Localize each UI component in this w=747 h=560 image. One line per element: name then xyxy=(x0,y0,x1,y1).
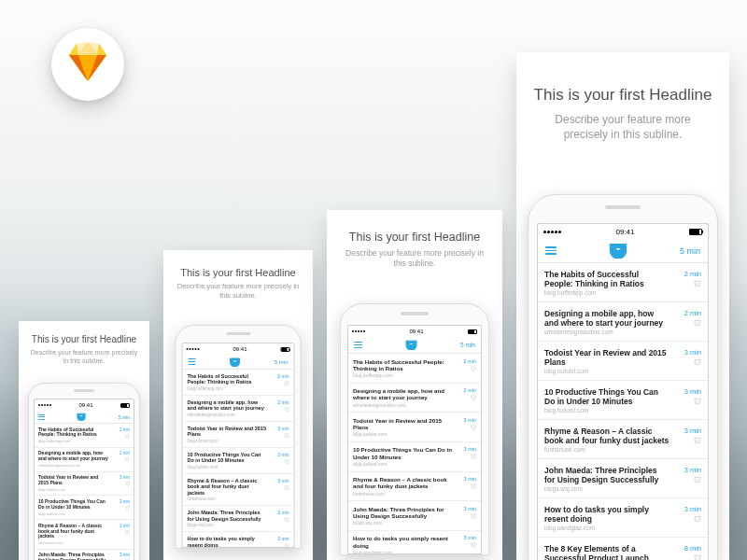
pocket-icon xyxy=(694,319,701,327)
list-item[interactable]: Todoist Year in Review and 2015 Plansblo… xyxy=(35,472,134,497)
article-source: blog.todoist.com xyxy=(544,407,669,413)
pocket-icon xyxy=(471,542,476,548)
read-time: 3 min xyxy=(464,506,476,511)
app-navbar: 5 min xyxy=(538,239,708,263)
article-source: whistledesignstudios.com xyxy=(38,463,109,468)
article-title: The Habits of Successful People: Thinkin… xyxy=(188,373,267,385)
status-bar: 09:41 xyxy=(348,326,481,337)
pocket-icon xyxy=(284,381,289,386)
list-item[interactable]: The Habits of Successful People: Thinkin… xyxy=(348,354,481,384)
hamburger-icon[interactable] xyxy=(189,358,196,365)
nav-right-label[interactable]: 5 min xyxy=(460,342,475,348)
article-source: blogs.wsj.com xyxy=(353,520,452,525)
article-source: blog.todoist.com xyxy=(544,368,669,374)
list-item[interactable]: John Maeda: Three Principles for Using D… xyxy=(35,550,134,560)
pocket-icon xyxy=(471,425,476,430)
article-list: The Habits of Successful People: Thinkin… xyxy=(183,370,294,548)
list-item[interactable]: John Maeda: Three Principles for Using D… xyxy=(348,501,481,531)
list-item[interactable]: John Maeda: Three Principles for Using D… xyxy=(538,459,708,498)
list-item[interactable]: 10 Productive Things You Can Do in Under… xyxy=(538,381,708,420)
list-item[interactable]: Designing a mobile app, how and where to… xyxy=(35,448,134,472)
hamburger-icon[interactable] xyxy=(545,246,557,254)
list-item[interactable]: Designing a mobile app, how and where to… xyxy=(183,396,294,422)
list-item[interactable]: How to do tasks you simply resent doingb… xyxy=(348,531,481,554)
list-item[interactable]: 10 Productive Things You Can Do in Under… xyxy=(35,496,134,520)
pocket-icon xyxy=(471,513,476,519)
screenshot-card-large: This is your first Headline Describe you… xyxy=(327,210,502,560)
article-source: fontsinuse.com xyxy=(38,540,109,545)
pocket-icon xyxy=(694,476,701,483)
pocket-icon xyxy=(284,459,289,465)
pocket-icon xyxy=(694,554,701,560)
list-item[interactable]: Rhyme & Reason – A classic book and four… xyxy=(538,420,708,459)
phone-screen: 09:41 5 min The Habits of Successful Peo… xyxy=(34,399,134,560)
list-item[interactable]: Todoist Year in Review and 2015 Plansblo… xyxy=(538,342,708,381)
list-item[interactable]: 10 Productive Things You Can Do in Under… xyxy=(348,442,481,472)
read-time: 3 min xyxy=(277,510,289,515)
sketch-badge xyxy=(51,28,124,101)
read-time: 3 min xyxy=(464,535,476,540)
signal-icon xyxy=(543,231,561,233)
article-title: Designing a mobile app, how and where to… xyxy=(188,399,267,412)
article-title: Rhyme & Reason – A classic book and four… xyxy=(38,524,109,540)
status-time: 09:41 xyxy=(615,228,634,236)
phone-screen: 09:41 5 min The Habits of Successful Peo… xyxy=(182,343,295,548)
article-source: blog.sandglaz.com xyxy=(544,525,669,531)
list-item[interactable]: Todoist Year in Review and 2015 Plansblo… xyxy=(348,413,481,442)
article-source: blog.bufferapp.com xyxy=(188,386,267,391)
article-title: John Maeda: Three Principles for Using D… xyxy=(353,506,452,520)
list-item[interactable]: The 8 Key Elements of a Successful Produ… xyxy=(538,538,708,560)
read-time: 3 min xyxy=(684,505,701,513)
read-time: 2 min xyxy=(464,358,476,364)
screenshot-card-xlarge: This is your first Headline Describe you… xyxy=(516,52,729,560)
list-item[interactable]: 10 Productive Things You Can Do in Under… xyxy=(183,448,294,474)
pocket-icon xyxy=(284,433,289,439)
nav-right-label[interactable]: 5 min xyxy=(275,359,289,365)
pocket-icon xyxy=(471,395,476,400)
subline: Describe your feature more precisely in … xyxy=(533,112,712,142)
article-title: Designing a mobile app, how and where to… xyxy=(353,387,452,401)
status-bar: 09:41 xyxy=(183,343,294,355)
pocket-icon xyxy=(694,280,701,287)
read-time: 8 min xyxy=(684,544,701,553)
pocket-icon xyxy=(284,485,289,491)
read-time: 3 min xyxy=(684,348,701,357)
list-item[interactable]: How to do tasks you simply resent doingb… xyxy=(183,532,294,548)
hamburger-icon[interactable] xyxy=(354,342,362,348)
status-bar: 09:41 xyxy=(35,399,134,411)
pocket-icon xyxy=(125,434,130,439)
list-item[interactable]: The Habits of Successful People: Thinkin… xyxy=(538,263,708,302)
article-list: The Habits of Successful People: Thinkin… xyxy=(348,354,481,554)
list-item[interactable]: Designing a mobile app, how and where to… xyxy=(348,384,481,413)
article-source: fontsinuse.com xyxy=(353,491,452,497)
list-item[interactable]: Todoist Year in Review and 2015 Plansblo… xyxy=(183,422,294,448)
article-source: blog.bufferapp.com xyxy=(353,372,452,378)
read-time: 3 min xyxy=(684,466,701,474)
status-time: 09:41 xyxy=(78,402,92,408)
article-title: Rhyme & Reason – A classic book and four… xyxy=(544,427,669,445)
list-item[interactable]: Rhyme & Reason – A classic book and four… xyxy=(348,472,481,502)
read-time: 3 min xyxy=(464,446,476,452)
app-logo-icon xyxy=(230,357,241,367)
nav-right-label[interactable]: 5 min xyxy=(119,414,130,420)
status-bar: 09:41 xyxy=(538,224,708,239)
article-list: The Habits of Successful People: Thinkin… xyxy=(538,263,708,560)
article-source: blog.todoist.com xyxy=(353,461,452,467)
read-time: 3 min xyxy=(277,478,289,483)
list-item[interactable]: Rhyme & Reason – A classic book and four… xyxy=(35,520,134,550)
pocket-icon xyxy=(471,366,476,371)
list-item[interactable]: The Habits of Successful People: Thinkin… xyxy=(183,370,294,396)
article-title: How to do tasks you simply resent doing xyxy=(353,535,452,549)
list-item[interactable]: The Habits of Successful People: Thinkin… xyxy=(35,424,134,448)
nav-right-label[interactable]: 5 min xyxy=(680,246,700,256)
list-item[interactable]: How to do tasks you simply resent doingb… xyxy=(538,498,708,538)
list-item[interactable]: Rhyme & Reason – A classic book and four… xyxy=(183,474,294,506)
read-time: 3 min xyxy=(277,452,289,457)
headline: This is your first Headline xyxy=(28,334,140,344)
app-logo-icon xyxy=(405,340,417,350)
article-source: blog.todoist.com xyxy=(188,439,267,443)
hamburger-icon[interactable] xyxy=(38,414,45,420)
read-time: 2 min xyxy=(120,451,130,455)
list-item[interactable]: Designing a mobile app, how and where to… xyxy=(538,302,708,342)
list-item[interactable]: John Maeda: Three Principles for Using D… xyxy=(183,506,294,532)
